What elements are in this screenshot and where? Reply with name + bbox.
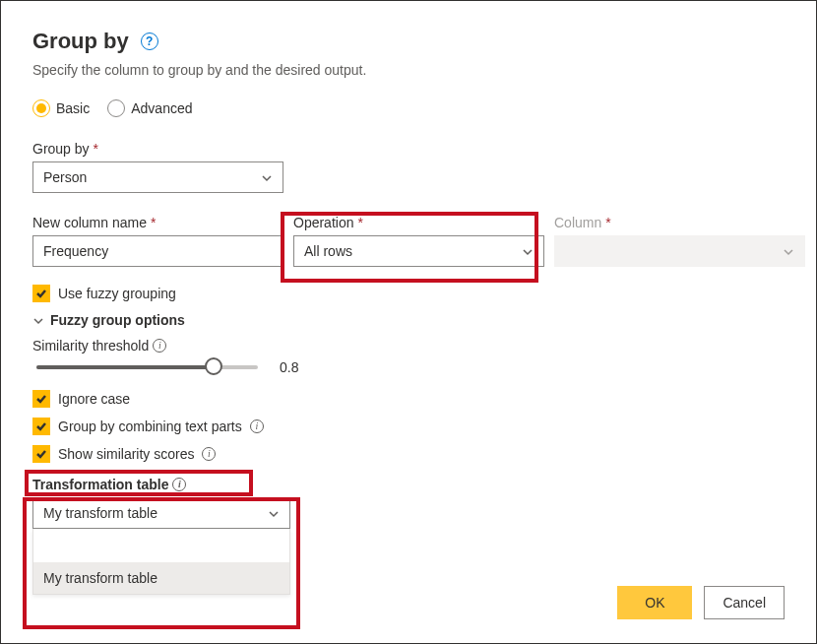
show-scores-checkbox[interactable] bbox=[32, 445, 50, 463]
chevron-down-icon bbox=[522, 245, 534, 257]
operation-label: Operation* bbox=[293, 215, 544, 230]
info-icon[interactable]: i bbox=[250, 419, 264, 433]
transform-option[interactable]: My transform table bbox=[33, 562, 289, 594]
dialog-title: Group by bbox=[32, 29, 129, 54]
chevron-down-icon bbox=[268, 507, 280, 519]
column-select bbox=[554, 235, 805, 267]
radio-basic-label: Basic bbox=[56, 100, 90, 116]
similarity-label: Similarity threshold i bbox=[32, 338, 785, 354]
chevron-down-icon bbox=[32, 314, 44, 326]
transform-option-empty[interactable] bbox=[33, 529, 289, 562]
group-by-value: Person bbox=[43, 169, 87, 185]
combine-text-label: Group by combining text parts bbox=[58, 419, 242, 434]
chevron-down-icon bbox=[783, 245, 794, 257]
chevron-down-icon bbox=[261, 171, 273, 183]
group-by-label: Group by* bbox=[32, 141, 785, 157]
new-column-label: New column name* bbox=[32, 215, 283, 230]
dialog-subtitle: Specify the column to group by and the d… bbox=[32, 62, 785, 78]
transform-table-value: My transform table bbox=[43, 505, 157, 521]
operation-value: All rows bbox=[304, 243, 352, 259]
column-label: Column* bbox=[554, 215, 805, 230]
info-icon[interactable]: i bbox=[202, 447, 216, 461]
use-fuzzy-label: Use fuzzy grouping bbox=[58, 286, 176, 301]
fuzzy-options-header[interactable]: Fuzzy group options bbox=[32, 312, 785, 328]
mode-radio-group: Basic Advanced bbox=[32, 99, 785, 117]
cancel-button[interactable]: Cancel bbox=[704, 586, 785, 619]
ignore-case-label: Ignore case bbox=[58, 391, 130, 407]
group-by-dialog: Group by ? Specify the column to group b… bbox=[0, 0, 817, 644]
new-column-input[interactable] bbox=[32, 235, 283, 267]
slider-fill bbox=[36, 365, 214, 369]
radio-basic-input[interactable] bbox=[32, 99, 50, 117]
radio-advanced[interactable]: Advanced bbox=[107, 99, 192, 117]
radio-basic[interactable]: Basic bbox=[32, 99, 90, 117]
combine-text-row[interactable]: Group by combining text parts i bbox=[32, 418, 785, 435]
operation-select[interactable]: All rows bbox=[293, 235, 544, 267]
ignore-case-checkbox[interactable] bbox=[32, 390, 50, 408]
combine-text-checkbox[interactable] bbox=[32, 418, 50, 435]
help-icon[interactable]: ? bbox=[141, 32, 158, 50]
transform-dropdown-panel: My transform table bbox=[32, 529, 290, 595]
info-icon[interactable]: i bbox=[172, 478, 186, 491]
show-scores-label: Show similarity scores bbox=[58, 446, 194, 462]
ignore-case-row[interactable]: Ignore case bbox=[32, 390, 785, 408]
use-fuzzy-row[interactable]: Use fuzzy grouping bbox=[32, 285, 785, 302]
similarity-slider[interactable] bbox=[36, 358, 258, 376]
group-by-select[interactable]: Person bbox=[32, 161, 283, 193]
radio-advanced-label: Advanced bbox=[131, 100, 192, 116]
use-fuzzy-checkbox[interactable] bbox=[32, 285, 50, 302]
info-icon[interactable]: i bbox=[153, 339, 166, 353]
slider-thumb[interactable] bbox=[205, 357, 222, 375]
transform-table-select[interactable]: My transform table bbox=[32, 497, 290, 529]
show-scores-row[interactable]: Show similarity scores i bbox=[32, 445, 785, 463]
transform-table-label: Transformation table i bbox=[32, 477, 785, 492]
similarity-value: 0.8 bbox=[280, 359, 298, 375]
radio-advanced-input[interactable] bbox=[107, 99, 125, 117]
ok-button[interactable]: OK bbox=[617, 586, 692, 619]
